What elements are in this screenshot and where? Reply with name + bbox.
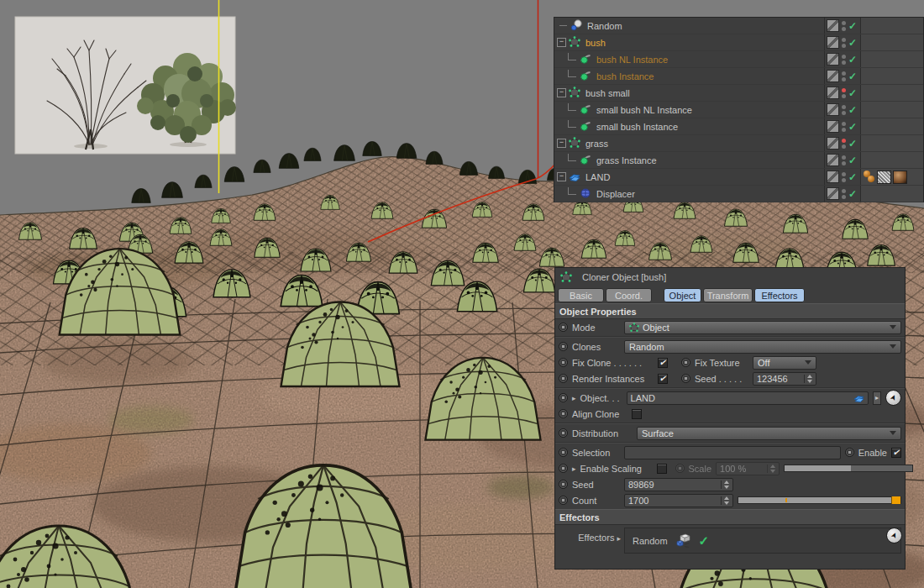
- enable-check[interactable]: ✓: [848, 122, 857, 132]
- fix-texture-dropdown[interactable]: Off: [753, 356, 816, 370]
- anim-dot[interactable]: [681, 374, 690, 383]
- link-menu-button[interactable]: ▸: [873, 391, 881, 405]
- stepper-icon[interactable]: [721, 496, 729, 505]
- enable-checkbox[interactable]: ✔: [891, 448, 901, 458]
- layer-color-chip[interactable]: [827, 70, 839, 82]
- object-row-displacer[interactable]: Displacer ✓: [554, 186, 923, 202]
- layer-color-chip[interactable]: [827, 120, 839, 133]
- render-visibility-dot[interactable]: [842, 77, 846, 81]
- enable-check[interactable]: ✓: [848, 155, 857, 165]
- object-row-grass[interactable]: − grass ✓: [554, 135, 923, 152]
- expander-icon[interactable]: −: [557, 38, 566, 47]
- tab-object[interactable]: Object: [664, 288, 701, 302]
- anim-dot[interactable]: [559, 448, 568, 457]
- layer-color-chip[interactable]: [827, 53, 839, 66]
- enable-check[interactable]: ✓: [848, 172, 857, 182]
- effector-enabled-check[interactable]: ✓: [699, 533, 710, 549]
- editor-visibility-dot[interactable]: [842, 55, 846, 59]
- enable-check[interactable]: ✓: [848, 71, 857, 81]
- phong-tag-icon[interactable]: [863, 171, 875, 183]
- anim-dot[interactable]: [559, 428, 568, 438]
- editor-visibility-dot[interactable]: [842, 71, 846, 76]
- count-slider[interactable]: [738, 496, 901, 504]
- seed-top-field[interactable]: 123456: [753, 372, 816, 386]
- arrow-right-icon[interactable]: ▸: [617, 534, 621, 543]
- anim-dot[interactable]: [559, 480, 568, 489]
- object-row-bush[interactable]: − bush ✓: [554, 34, 923, 51]
- editor-visibility-dot[interactable]: [842, 105, 846, 109]
- expander-icon[interactable]: −: [557, 88, 566, 97]
- selection-input[interactable]: [624, 446, 841, 459]
- render-visibility-dot[interactable]: [842, 111, 846, 115]
- displacement-texture-tag[interactable]: [877, 171, 891, 184]
- effectors-list[interactable]: Random ✓: [624, 528, 901, 554]
- material-tag[interactable]: [893, 171, 907, 184]
- editor-visibility-dot[interactable]: [842, 189, 846, 193]
- render-visibility-dot[interactable]: [842, 27, 846, 31]
- expander-icon[interactable]: −: [557, 172, 566, 181]
- pick-effector-button[interactable]: ➤: [886, 528, 902, 543]
- layer-color-chip[interactable]: [827, 171, 839, 183]
- anim-dot[interactable]: [681, 358, 690, 367]
- enable-check[interactable]: ✓: [848, 38, 857, 48]
- anim-dot[interactable]: [559, 342, 568, 351]
- anim-dot[interactable]: [845, 448, 854, 457]
- editor-visibility-dot[interactable]: [842, 155, 846, 160]
- anim-dot[interactable]: [559, 464, 568, 473]
- tab-transform[interactable]: Transform: [703, 288, 753, 302]
- layer-color-chip[interactable]: [827, 36, 839, 49]
- object-row-land[interactable]: − LAND ✓: [554, 169, 923, 186]
- render-visibility-dot[interactable]: [842, 60, 846, 65]
- pick-object-button[interactable]: ➤: [885, 390, 901, 406]
- fix-clone-checkbox[interactable]: ✔: [658, 358, 668, 368]
- layer-color-chip[interactable]: [827, 154, 839, 166]
- seed-field[interactable]: 89869: [624, 478, 733, 491]
- tab-effectors[interactable]: Effectors: [754, 288, 805, 302]
- enable-check[interactable]: ✓: [848, 88, 857, 98]
- editor-visibility-dot[interactable]: [842, 172, 846, 176]
- distribution-dropdown[interactable]: Surface: [637, 427, 901, 440]
- layer-color-chip[interactable]: [827, 19, 839, 32]
- anim-dot[interactable]: [559, 496, 568, 505]
- expander-icon[interactable]: −: [557, 139, 566, 148]
- tab-coord[interactable]: Coord.: [606, 288, 652, 302]
- layer-color-chip[interactable]: [827, 87, 839, 99]
- enable-check[interactable]: ✓: [848, 105, 857, 115]
- stepper-icon[interactable]: [721, 480, 729, 489]
- anim-dot[interactable]: [559, 358, 568, 367]
- render-visibility-dot[interactable]: [842, 94, 846, 98]
- anim-dot[interactable]: [559, 409, 568, 418]
- enable-check[interactable]: ✓: [848, 21, 857, 31]
- enable-check[interactable]: ✓: [848, 55, 857, 65]
- render-visibility-dot[interactable]: [842, 128, 846, 132]
- effector-item-label[interactable]: Random: [633, 536, 668, 546]
- render-visibility-dot[interactable]: [842, 144, 846, 149]
- render-visibility-dot[interactable]: [842, 44, 846, 48]
- render-instances-checkbox[interactable]: ✔: [658, 374, 668, 384]
- layer-color-chip[interactable]: [827, 187, 839, 200]
- editor-visibility-dot-red[interactable]: [842, 139, 846, 143]
- anim-dot[interactable]: [559, 393, 568, 402]
- object-row-grass-instance[interactable]: grass Instance ✓: [554, 152, 923, 169]
- align-clone-checkbox[interactable]: [632, 409, 642, 419]
- object-row-random[interactable]: Random ✓: [554, 18, 923, 34]
- arrow-right-icon[interactable]: ▸: [572, 465, 576, 473]
- enable-scaling-checkbox[interactable]: [657, 464, 667, 474]
- layer-color-chip[interactable]: [827, 137, 839, 150]
- render-visibility-dot[interactable]: [842, 195, 846, 199]
- clones-dropdown[interactable]: Random: [624, 340, 901, 354]
- mode-dropdown[interactable]: Object: [624, 321, 901, 334]
- object-row-small-bush-nl-instance[interactable]: small bush NL Instance ✓: [554, 102, 923, 118]
- editor-visibility-dot[interactable]: [842, 21, 846, 25]
- editor-visibility-dot[interactable]: [842, 38, 846, 42]
- editor-visibility-dot-red[interactable]: [842, 88, 846, 92]
- object-row-bush-small[interactable]: − bush small ✓: [554, 85, 923, 102]
- anim-dot[interactable]: [559, 323, 568, 332]
- editor-visibility-dot[interactable]: [842, 122, 846, 126]
- tab-basic[interactable]: Basic: [558, 288, 604, 302]
- render-visibility-dot[interactable]: [842, 178, 846, 182]
- enable-check[interactable]: ✓: [848, 139, 857, 149]
- count-slider-handle[interactable]: [891, 496, 900, 504]
- object-row-small-bush-instance[interactable]: small bush Instance ✓: [554, 118, 923, 135]
- object-row-bush-instance[interactable]: bush Instance ✓: [554, 68, 923, 85]
